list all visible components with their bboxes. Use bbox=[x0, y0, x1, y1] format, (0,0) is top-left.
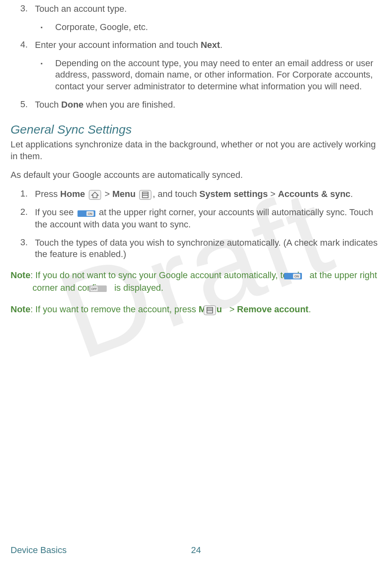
svg-rect-15 bbox=[204, 306, 216, 315]
sync-step-2: 2. If you see ON at the upper right corn… bbox=[20, 207, 381, 230]
text-fragment: is displayed. bbox=[112, 283, 164, 293]
bold-next: Next bbox=[200, 40, 220, 50]
bold-menu: Menu bbox=[112, 189, 136, 199]
step-number: 3. bbox=[20, 3, 35, 15]
svg-text:ON: ON bbox=[88, 212, 92, 215]
step-5: 5. Touch Done when you are finished. bbox=[20, 99, 381, 111]
bullet-text: Depending on the account type, you may n… bbox=[55, 58, 381, 93]
bold-system-settings: System settings bbox=[199, 189, 268, 199]
sync-step-3: 3. Touch the types of data you wish to s… bbox=[20, 237, 381, 260]
text-fragment: > bbox=[227, 304, 237, 314]
step-text: Touch an account type. bbox=[35, 3, 381, 15]
section-heading: General Sync Settings bbox=[11, 123, 381, 136]
bold-accounts-sync: Accounts & sync bbox=[278, 189, 351, 199]
step-text: Press Home > Menu , and touch System set… bbox=[35, 188, 381, 200]
step-number: 4. bbox=[20, 39, 35, 51]
text-fragment: Touch bbox=[35, 99, 61, 110]
text-fragment: > bbox=[268, 189, 278, 199]
toggle-on-icon: ON bbox=[78, 207, 95, 219]
step-text: Touch the types of data you wish to sync… bbox=[35, 237, 381, 260]
home-icon bbox=[89, 189, 101, 201]
step-text: Touch Done when you are finished. bbox=[35, 99, 381, 111]
paragraph: Let applications synchronize data in the… bbox=[11, 139, 381, 162]
note-sync-off: Note: If you do not want to sync your Go… bbox=[11, 269, 381, 294]
sync-step-1: 1. Press Home > Menu , and touch System … bbox=[20, 188, 381, 200]
text-fragment: Press bbox=[35, 189, 60, 199]
text-fragment: . bbox=[308, 304, 311, 314]
bullet-marker: ▪ bbox=[41, 58, 55, 93]
step-3: 3. Touch an account type. bbox=[20, 3, 381, 15]
step-text: If you see ON at the upper right corner,… bbox=[35, 207, 381, 230]
step-text: Enter your account information and touch… bbox=[35, 39, 381, 51]
step-3-bullet: ▪ Corporate, Google, etc. bbox=[41, 22, 381, 33]
bullet-marker: ▪ bbox=[41, 22, 55, 33]
bold-home: Home bbox=[60, 189, 85, 199]
text-fragment: . bbox=[351, 189, 353, 199]
svg-rect-1 bbox=[140, 190, 151, 200]
text-fragment: , and touch bbox=[153, 189, 199, 199]
bold-remove-account: Remove account bbox=[237, 304, 308, 314]
text-fragment: Enter your account information and touch bbox=[35, 40, 200, 50]
menu-icon bbox=[139, 189, 151, 201]
svg-text:ON: ON bbox=[295, 275, 299, 278]
step-number: 2. bbox=[20, 207, 35, 230]
step-4-bullet: ▪ Depending on the account type, you may… bbox=[41, 58, 381, 93]
text-fragment: : If you do not want to sync your Google… bbox=[30, 270, 305, 280]
svg-text:OFF: OFF bbox=[91, 288, 97, 290]
note-label: Note bbox=[11, 304, 30, 314]
text-fragment: > bbox=[105, 189, 112, 199]
footer-section: Device Basics bbox=[11, 545, 67, 556]
step-number: 1. bbox=[20, 188, 35, 200]
page-content: 3. Touch an account type. ▪ Corporate, G… bbox=[0, 3, 392, 316]
paragraph: As default your Google accounts are auto… bbox=[11, 169, 381, 181]
step-4: 4. Enter your account information and to… bbox=[20, 39, 381, 51]
page-number: 24 bbox=[191, 545, 201, 556]
text-fragment: . bbox=[220, 40, 222, 50]
page-footer: Device Basics 24 bbox=[11, 545, 381, 556]
note-label: Note bbox=[11, 270, 30, 280]
note-remove-account: Note: If you want to remove the account,… bbox=[11, 303, 381, 316]
bold-done: Done bbox=[61, 99, 84, 110]
step-number: 5. bbox=[20, 99, 35, 111]
text-fragment: when you are finished. bbox=[84, 99, 175, 110]
text-fragment: : If you want to remove the account, pre… bbox=[30, 304, 199, 314]
bullet-text: Corporate, Google, etc. bbox=[55, 22, 381, 33]
text-fragment: If you see bbox=[35, 207, 76, 217]
step-number: 3. bbox=[20, 237, 35, 260]
